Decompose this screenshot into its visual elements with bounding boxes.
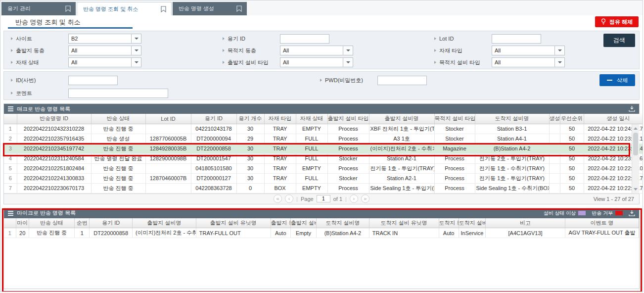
- chevron-down-icon[interactable]: [555, 46, 565, 55]
- cell: TRAY: [264, 153, 296, 163]
- chevron-down-icon[interactable]: [343, 46, 353, 55]
- lot-id-input[interactable]: [492, 34, 541, 44]
- column-header[interactable]: 출발지 설비: [290, 218, 316, 228]
- table-row[interactable]: 120220422102432310228반송 진행 중042210243178…: [4, 124, 643, 134]
- table-row[interactable]: 520220422102251802484반송 진행 중041805101580…: [4, 163, 643, 173]
- column-header[interactable]: 자재 상태: [296, 114, 327, 124]
- micro-panel-titlebar: 마이크로 반송 명령 목록 설비 상태 이상 반송 거부: [4, 208, 639, 218]
- cell: Side Sealing 1호 - 수취기(BOX): [475, 183, 549, 193]
- column-header[interactable]: Lot ID: [145, 114, 191, 124]
- bookmark-icon[interactable]: [161, 6, 166, 12]
- vertical-scrollbar[interactable]: [632, 124, 639, 194]
- table-row[interactable]: 320220422102345197742반송 진행 중12849280035B…: [4, 144, 643, 153]
- column-header[interactable]: 도착지 설비명: [317, 218, 369, 228]
- material-type-select[interactable]: All: [492, 46, 565, 55]
- password-input[interactable]: [377, 76, 427, 85]
- table-row[interactable]: 220220422102357916435반송 생성12877060005BDT…: [4, 134, 643, 144]
- column-header[interactable]: 출발지 설비명: [132, 218, 196, 228]
- column-header[interactable]: [4, 218, 16, 228]
- container-id-input[interactable]: [280, 34, 329, 44]
- column-header[interactable]: 도착지 설비 유닛명: [369, 218, 439, 228]
- column-header[interactable]: 생성자: [549, 114, 560, 124]
- cell: 전기동 2호 - 투입기(TRAY): [475, 153, 549, 163]
- column-header[interactable]: 도착지 동: [439, 218, 459, 228]
- table-row[interactable]: 420220422102311240584반송 명령 전달 완료12829000…: [4, 153, 643, 163]
- column-header[interactable]: 마이: [16, 218, 29, 228]
- scrollbar-thumb[interactable]: [633, 133, 638, 155]
- column-header[interactable]: 용기 개수: [236, 114, 264, 124]
- download-icon[interactable]: [629, 210, 635, 216]
- cell: 반송 명령 전달 완료: [91, 153, 145, 163]
- list-menu-icon[interactable]: [8, 106, 13, 111]
- column-header[interactable]: 출발지 동: [271, 218, 290, 228]
- search-button[interactable]: 검색: [603, 34, 635, 47]
- column-header[interactable]: 반송 상태: [91, 114, 145, 124]
- chevron-down-icon[interactable]: [132, 46, 141, 55]
- cell: (이미지)전처리 2호 - 수취기: [369, 144, 434, 153]
- column-header[interactable]: 자재 타입: [264, 114, 296, 124]
- user-id-input[interactable]: [68, 76, 118, 85]
- macro-transport-list-panel: 매크로 반송 명령 목록 반송명령 ID반송 상태Lot ID용기 ID용기 개…: [3, 103, 640, 204]
- table-row[interactable]: 620220422102241300833반송 진행 중12870460007B…: [4, 173, 643, 183]
- column-header[interactable]: 이벤트 명: [565, 218, 639, 228]
- column-header[interactable]: 출발지 설비 타입: [327, 114, 369, 124]
- table-row[interactable]: 720220422102230670173반송 진행 중042208363728…: [4, 183, 643, 193]
- tab-transport-create[interactable]: 반송 명령 생성: [173, 2, 247, 15]
- material-state-select[interactable]: All: [68, 57, 141, 67]
- scroll-up-icon[interactable]: [632, 125, 639, 132]
- select-value: B2: [68, 34, 132, 44]
- column-header[interactable]: 도착지 설비명: [475, 114, 549, 124]
- cell: [145, 163, 191, 173]
- bookmark-icon[interactable]: [236, 5, 242, 12]
- column-header[interactable]: 반송명령 ID: [17, 114, 91, 124]
- column-header[interactable]: 반송 상태: [29, 218, 75, 228]
- cell: 반송 진행 중: [91, 144, 145, 153]
- cell: 20220422102241300833: [17, 173, 91, 183]
- cell: [145, 183, 191, 193]
- cell: [549, 183, 560, 193]
- bookmark-icon[interactable]: [65, 5, 71, 12]
- label-arrow-icon: [11, 61, 13, 64]
- cell: 반송 생성: [91, 134, 145, 144]
- column-header[interactable]: 비고: [486, 218, 565, 228]
- lightbulb-icon: [601, 18, 606, 25]
- column-header[interactable]: 도착지 설비: [459, 218, 485, 228]
- chevron-down-icon[interactable]: [132, 34, 141, 44]
- site-select[interactable]: B2: [68, 34, 141, 44]
- column-header[interactable]: 용기 ID: [90, 218, 133, 228]
- dst-equip-type-select[interactable]: All: [492, 57, 565, 67]
- next-page-button[interactable]: ›: [350, 195, 358, 203]
- list-menu-icon[interactable]: [8, 211, 13, 216]
- delete-button[interactable]: 삭제: [599, 74, 635, 86]
- column-header[interactable]: 출발지 설비 유닛명: [196, 218, 271, 228]
- download-icon[interactable]: [629, 106, 635, 112]
- cell: 12870460007B: [145, 173, 191, 183]
- column-header[interactable]: 출발지 설비명: [369, 114, 434, 124]
- column-header[interactable]: 순번: [75, 218, 90, 228]
- prev-page-button[interactable]: ‹: [285, 195, 293, 203]
- src-floor-select[interactable]: All: [68, 46, 141, 55]
- table-row[interactable]: 120반송 진행 중1DT220000858(이미지)전처리 2호 - 수취TR…: [4, 228, 639, 238]
- chevron-down-icon[interactable]: [555, 57, 565, 67]
- last-page-button[interactable]: »: [361, 195, 369, 203]
- tab-container-management[interactable]: 용기 관리: [1, 2, 76, 15]
- scroll-down-icon[interactable]: [632, 186, 639, 193]
- tab-bar: 용기 관리 반송 명령 조회 및 취소 반송 명령 생성: [0, 0, 643, 15]
- column-header[interactable]: 용기 ID: [191, 114, 236, 124]
- release-occupation-button[interactable]: 점유 해제: [595, 16, 639, 27]
- cell: TRAY: [264, 144, 296, 153]
- field-label: 목적지 동층: [228, 47, 256, 54]
- column-header[interactable]: 목적지 설비 타입: [434, 114, 475, 124]
- first-page-button[interactable]: «: [274, 195, 282, 203]
- column-header[interactable]: 우선순위: [560, 114, 584, 124]
- column-header[interactable]: [4, 114, 17, 124]
- column-header[interactable]: 생성 일시: [584, 114, 643, 124]
- comment-input[interactable]: [68, 89, 168, 98]
- dst-floor-select[interactable]: All: [280, 46, 353, 55]
- src-equip-type-select[interactable]: All: [280, 57, 353, 67]
- chevron-down-icon[interactable]: [343, 57, 353, 67]
- chevron-down-icon[interactable]: [132, 57, 141, 67]
- tab-transport-query-cancel[interactable]: 반송 명령 조회 및 취소: [77, 2, 172, 15]
- cell: 반송 진행 중: [91, 163, 145, 173]
- page-number-input[interactable]: [317, 195, 330, 202]
